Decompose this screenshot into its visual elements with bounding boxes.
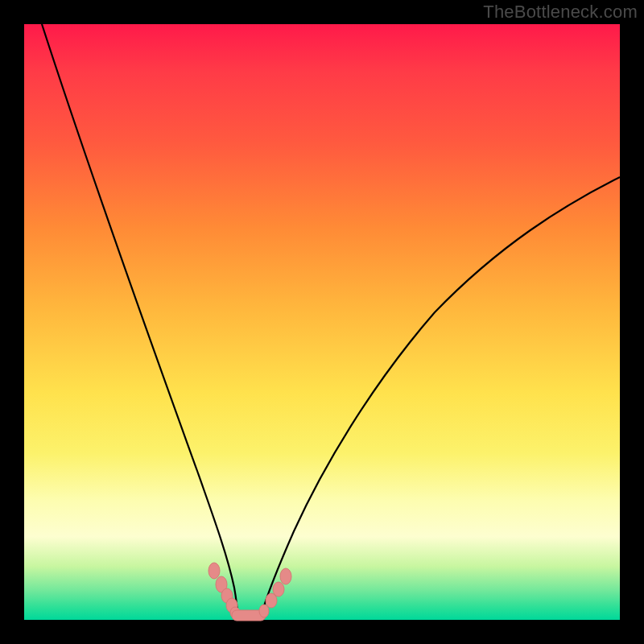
right-marker-1 [259,605,269,617]
right-marker-4 [280,568,291,584]
watermark-text: TheBottleneck.com [483,2,638,23]
bottleneck-curve-svg [24,24,620,620]
right-marker-3 [273,582,284,597]
left-curve [42,24,237,617]
chart-frame: TheBottleneck.com [0,0,644,644]
right-curve [261,177,620,617]
left-marker-1 [208,563,220,579]
plot-area [24,24,620,620]
